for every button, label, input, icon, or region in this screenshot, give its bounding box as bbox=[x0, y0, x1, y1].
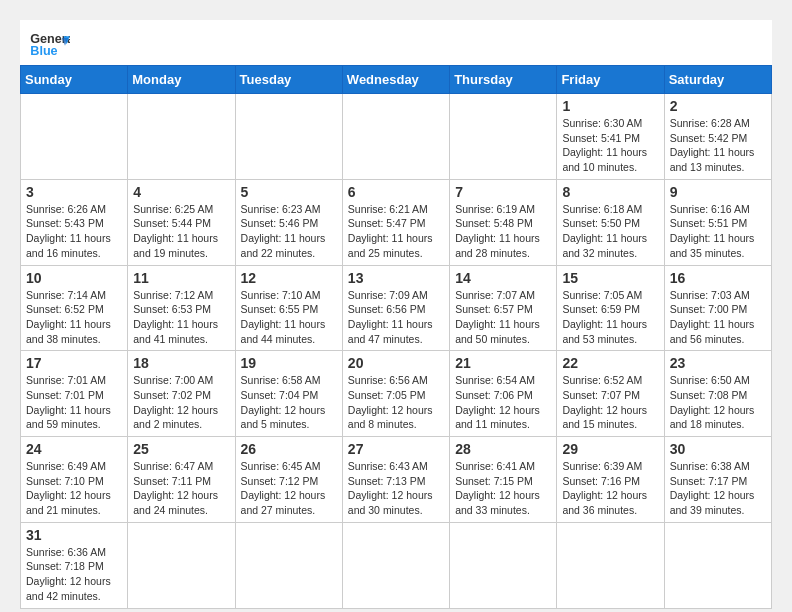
calendar-day-header: Monday bbox=[128, 66, 235, 94]
day-info: Sunrise: 6:47 AM Sunset: 7:11 PM Dayligh… bbox=[133, 459, 229, 518]
day-info: Sunrise: 7:12 AM Sunset: 6:53 PM Dayligh… bbox=[133, 288, 229, 347]
calendar-week-row: 10Sunrise: 7:14 AM Sunset: 6:52 PM Dayli… bbox=[21, 265, 772, 351]
calendar-day-cell bbox=[21, 94, 128, 180]
calendar-day-header: Sunday bbox=[21, 66, 128, 94]
day-number: 18 bbox=[133, 355, 229, 371]
calendar-week-row: 3Sunrise: 6:26 AM Sunset: 5:43 PM Daylig… bbox=[21, 179, 772, 265]
calendar-day-cell: 1Sunrise: 6:30 AM Sunset: 5:41 PM Daylig… bbox=[557, 94, 664, 180]
day-number: 9 bbox=[670, 184, 766, 200]
day-info: Sunrise: 7:05 AM Sunset: 6:59 PM Dayligh… bbox=[562, 288, 658, 347]
day-number: 15 bbox=[562, 270, 658, 286]
calendar-day-cell: 4Sunrise: 6:25 AM Sunset: 5:44 PM Daylig… bbox=[128, 179, 235, 265]
calendar-day-cell: 26Sunrise: 6:45 AM Sunset: 7:12 PM Dayli… bbox=[235, 437, 342, 523]
day-number: 10 bbox=[26, 270, 122, 286]
calendar-day-cell: 15Sunrise: 7:05 AM Sunset: 6:59 PM Dayli… bbox=[557, 265, 664, 351]
calendar-day-cell: 23Sunrise: 6:50 AM Sunset: 7:08 PM Dayli… bbox=[664, 351, 771, 437]
day-number: 2 bbox=[670, 98, 766, 114]
calendar-day-header: Thursday bbox=[450, 66, 557, 94]
day-info: Sunrise: 6:45 AM Sunset: 7:12 PM Dayligh… bbox=[241, 459, 337, 518]
day-info: Sunrise: 6:49 AM Sunset: 7:10 PM Dayligh… bbox=[26, 459, 122, 518]
calendar-day-cell: 22Sunrise: 6:52 AM Sunset: 7:07 PM Dayli… bbox=[557, 351, 664, 437]
calendar-day-cell: 5Sunrise: 6:23 AM Sunset: 5:46 PM Daylig… bbox=[235, 179, 342, 265]
day-number: 25 bbox=[133, 441, 229, 457]
day-number: 31 bbox=[26, 527, 122, 543]
day-number: 6 bbox=[348, 184, 444, 200]
day-info: Sunrise: 6:25 AM Sunset: 5:44 PM Dayligh… bbox=[133, 202, 229, 261]
calendar-week-row: 1Sunrise: 6:30 AM Sunset: 5:41 PM Daylig… bbox=[21, 94, 772, 180]
logo: General Blue bbox=[30, 30, 70, 60]
day-info: Sunrise: 6:39 AM Sunset: 7:16 PM Dayligh… bbox=[562, 459, 658, 518]
day-info: Sunrise: 6:19 AM Sunset: 5:48 PM Dayligh… bbox=[455, 202, 551, 261]
day-info: Sunrise: 6:26 AM Sunset: 5:43 PM Dayligh… bbox=[26, 202, 122, 261]
calendar-day-cell: 14Sunrise: 7:07 AM Sunset: 6:57 PM Dayli… bbox=[450, 265, 557, 351]
calendar-day-cell: 18Sunrise: 7:00 AM Sunset: 7:02 PM Dayli… bbox=[128, 351, 235, 437]
day-number: 20 bbox=[348, 355, 444, 371]
day-number: 12 bbox=[241, 270, 337, 286]
calendar-week-row: 24Sunrise: 6:49 AM Sunset: 7:10 PM Dayli… bbox=[21, 437, 772, 523]
calendar-day-cell: 20Sunrise: 6:56 AM Sunset: 7:05 PM Dayli… bbox=[342, 351, 449, 437]
day-info: Sunrise: 7:00 AM Sunset: 7:02 PM Dayligh… bbox=[133, 373, 229, 432]
calendar-day-cell bbox=[342, 522, 449, 608]
day-info: Sunrise: 6:18 AM Sunset: 5:50 PM Dayligh… bbox=[562, 202, 658, 261]
day-info: Sunrise: 6:41 AM Sunset: 7:15 PM Dayligh… bbox=[455, 459, 551, 518]
calendar-day-cell bbox=[557, 522, 664, 608]
day-info: Sunrise: 6:52 AM Sunset: 7:07 PM Dayligh… bbox=[562, 373, 658, 432]
calendar-day-cell: 27Sunrise: 6:43 AM Sunset: 7:13 PM Dayli… bbox=[342, 437, 449, 523]
day-info: Sunrise: 7:07 AM Sunset: 6:57 PM Dayligh… bbox=[455, 288, 551, 347]
day-number: 26 bbox=[241, 441, 337, 457]
day-number: 22 bbox=[562, 355, 658, 371]
day-number: 21 bbox=[455, 355, 551, 371]
calendar-table: SundayMondayTuesdayWednesdayThursdayFrid… bbox=[20, 65, 772, 609]
day-number: 8 bbox=[562, 184, 658, 200]
logo-icon: General Blue bbox=[30, 30, 70, 60]
day-info: Sunrise: 6:16 AM Sunset: 5:51 PM Dayligh… bbox=[670, 202, 766, 261]
day-number: 13 bbox=[348, 270, 444, 286]
day-info: Sunrise: 6:30 AM Sunset: 5:41 PM Dayligh… bbox=[562, 116, 658, 175]
day-info: Sunrise: 6:38 AM Sunset: 7:17 PM Dayligh… bbox=[670, 459, 766, 518]
day-info: Sunrise: 7:01 AM Sunset: 7:01 PM Dayligh… bbox=[26, 373, 122, 432]
day-info: Sunrise: 6:21 AM Sunset: 5:47 PM Dayligh… bbox=[348, 202, 444, 261]
calendar-day-cell: 31Sunrise: 6:36 AM Sunset: 7:18 PM Dayli… bbox=[21, 522, 128, 608]
calendar-header-row: SundayMondayTuesdayWednesdayThursdayFrid… bbox=[21, 66, 772, 94]
calendar-day-cell: 10Sunrise: 7:14 AM Sunset: 6:52 PM Dayli… bbox=[21, 265, 128, 351]
day-number: 23 bbox=[670, 355, 766, 371]
day-info: Sunrise: 6:54 AM Sunset: 7:06 PM Dayligh… bbox=[455, 373, 551, 432]
day-number: 7 bbox=[455, 184, 551, 200]
day-info: Sunrise: 7:09 AM Sunset: 6:56 PM Dayligh… bbox=[348, 288, 444, 347]
calendar-day-header: Tuesday bbox=[235, 66, 342, 94]
calendar-day-cell bbox=[450, 522, 557, 608]
calendar-day-cell: 19Sunrise: 6:58 AM Sunset: 7:04 PM Dayli… bbox=[235, 351, 342, 437]
calendar-day-cell: 17Sunrise: 7:01 AM Sunset: 7:01 PM Dayli… bbox=[21, 351, 128, 437]
day-info: Sunrise: 6:28 AM Sunset: 5:42 PM Dayligh… bbox=[670, 116, 766, 175]
calendar-day-cell bbox=[128, 94, 235, 180]
calendar-day-cell: 21Sunrise: 6:54 AM Sunset: 7:06 PM Dayli… bbox=[450, 351, 557, 437]
day-info: Sunrise: 7:14 AM Sunset: 6:52 PM Dayligh… bbox=[26, 288, 122, 347]
calendar-day-cell: 8Sunrise: 6:18 AM Sunset: 5:50 PM Daylig… bbox=[557, 179, 664, 265]
day-number: 19 bbox=[241, 355, 337, 371]
day-info: Sunrise: 6:23 AM Sunset: 5:46 PM Dayligh… bbox=[241, 202, 337, 261]
day-info: Sunrise: 7:03 AM Sunset: 7:00 PM Dayligh… bbox=[670, 288, 766, 347]
calendar-week-row: 31Sunrise: 6:36 AM Sunset: 7:18 PM Dayli… bbox=[21, 522, 772, 608]
day-info: Sunrise: 6:43 AM Sunset: 7:13 PM Dayligh… bbox=[348, 459, 444, 518]
calendar-day-cell: 13Sunrise: 7:09 AM Sunset: 6:56 PM Dayli… bbox=[342, 265, 449, 351]
day-number: 16 bbox=[670, 270, 766, 286]
day-info: Sunrise: 7:10 AM Sunset: 6:55 PM Dayligh… bbox=[241, 288, 337, 347]
calendar-day-cell: 11Sunrise: 7:12 AM Sunset: 6:53 PM Dayli… bbox=[128, 265, 235, 351]
day-number: 27 bbox=[348, 441, 444, 457]
calendar-day-header: Friday bbox=[557, 66, 664, 94]
calendar-day-cell: 3Sunrise: 6:26 AM Sunset: 5:43 PM Daylig… bbox=[21, 179, 128, 265]
calendar-day-cell bbox=[128, 522, 235, 608]
day-number: 24 bbox=[26, 441, 122, 457]
calendar-day-cell bbox=[235, 522, 342, 608]
day-number: 5 bbox=[241, 184, 337, 200]
day-info: Sunrise: 6:36 AM Sunset: 7:18 PM Dayligh… bbox=[26, 545, 122, 604]
calendar-day-cell bbox=[664, 522, 771, 608]
svg-text:Blue: Blue bbox=[30, 44, 57, 58]
calendar-day-cell: 29Sunrise: 6:39 AM Sunset: 7:16 PM Dayli… bbox=[557, 437, 664, 523]
day-number: 29 bbox=[562, 441, 658, 457]
page-container: General Blue SundayMondayTuesdayWednesda… bbox=[20, 20, 772, 609]
day-number: 11 bbox=[133, 270, 229, 286]
calendar-day-cell: 25Sunrise: 6:47 AM Sunset: 7:11 PM Dayli… bbox=[128, 437, 235, 523]
calendar-day-cell: 28Sunrise: 6:41 AM Sunset: 7:15 PM Dayli… bbox=[450, 437, 557, 523]
calendar-week-row: 17Sunrise: 7:01 AM Sunset: 7:01 PM Dayli… bbox=[21, 351, 772, 437]
